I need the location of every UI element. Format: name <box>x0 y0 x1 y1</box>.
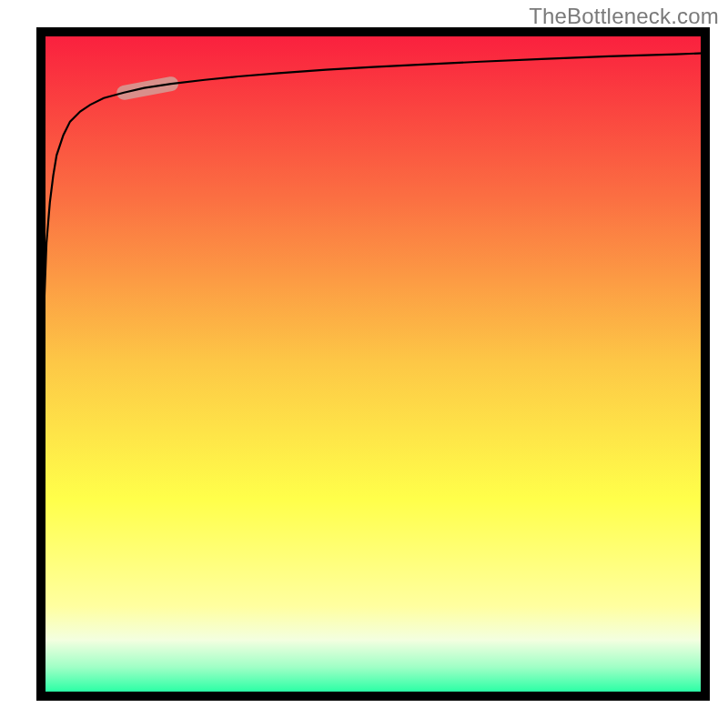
watermark-text: TheBottleneck.com <box>529 4 719 29</box>
plot-area <box>36 27 710 701</box>
chart-canvas: TheBottleneck.com <box>0 0 728 728</box>
gradient-background <box>36 27 710 701</box>
chart-svg <box>36 27 710 701</box>
